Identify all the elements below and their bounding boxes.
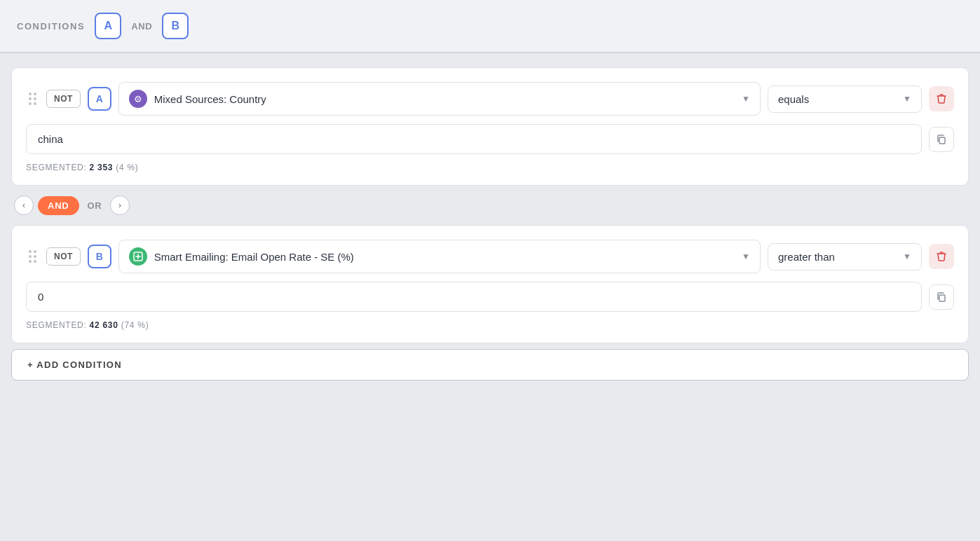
conditions-title: CONDITIONS <box>17 21 85 32</box>
field-icon-b <box>129 247 147 266</box>
segmented-info-a: SEGMENTED: 2 353 (4 %) <box>26 163 954 172</box>
badge-a[interactable]: A <box>95 13 121 39</box>
value-row-a <box>26 124 954 154</box>
field-label-a: Mixed Sources: Country <box>154 93 735 105</box>
and-button[interactable]: AND <box>38 196 79 215</box>
operator-select-a[interactable]: equals ▼ <box>768 85 922 113</box>
condition-card-b: NOT B Smart Emailing: Email Open Rate - … <box>11 225 969 343</box>
operator-chevron-a: ▼ <box>903 94 911 104</box>
condition-row-b: NOT B Smart Emailing: Email Open Rate - … <box>26 240 954 273</box>
condition-card-a: NOT A ⚙ Mixed Sources: Country ▼ equals … <box>11 67 969 186</box>
not-button-b[interactable]: NOT <box>46 247 81 266</box>
condition-badge-a: A <box>88 87 111 111</box>
segmented-pct-b: (74 %) <box>121 320 149 330</box>
logic-connector: ‹ AND OR › <box>14 186 969 225</box>
operator-chevron-b: ▼ <box>903 252 911 261</box>
drag-handle-b[interactable] <box>26 247 39 266</box>
badge-b[interactable]: B <box>162 13 189 39</box>
operator-select-b[interactable]: greater than ▼ <box>768 243 922 270</box>
conditions-header: CONDITIONS A AND B <box>0 0 980 53</box>
delete-button-a[interactable] <box>929 86 954 111</box>
operator-label-a: equals <box>778 93 897 105</box>
arrow-right-button[interactable]: › <box>110 196 130 215</box>
field-label-b: Smart Emailing: Email Open Rate - SE (%) <box>154 251 735 263</box>
not-button-a[interactable]: NOT <box>46 90 81 108</box>
header-and-label: AND <box>131 21 152 32</box>
condition-row-a: NOT A ⚙ Mixed Sources: Country ▼ equals … <box>26 82 954 116</box>
field-chevron-a: ▼ <box>742 94 750 104</box>
copy-button-a[interactable] <box>929 127 954 152</box>
field-select-a[interactable]: ⚙ Mixed Sources: Country ▼ <box>118 82 761 116</box>
value-input-a[interactable] <box>26 124 922 154</box>
add-condition-button[interactable]: + ADD CONDITION <box>11 349 969 381</box>
svg-rect-2 <box>939 295 945 301</box>
arrow-left-button[interactable]: ‹ <box>14 196 34 215</box>
segmented-count-a: 2 353 <box>90 163 114 172</box>
value-row-b <box>26 282 954 312</box>
operator-label-b: greater than <box>778 251 897 263</box>
value-input-b[interactable] <box>26 282 922 312</box>
condition-badge-b: B <box>88 245 111 268</box>
drag-handle-a[interactable] <box>26 90 39 108</box>
segmented-pct-a: (4 %) <box>116 163 138 172</box>
svg-rect-0 <box>939 137 945 144</box>
field-select-b[interactable]: Smart Emailing: Email Open Rate - SE (%)… <box>118 240 761 273</box>
delete-button-b[interactable] <box>929 244 954 269</box>
field-icon-a: ⚙ <box>129 90 147 108</box>
or-button[interactable]: OR <box>83 198 107 214</box>
field-chevron-b: ▼ <box>742 252 750 261</box>
copy-button-b[interactable] <box>929 285 954 310</box>
segmented-info-b: SEGMENTED: 42 630 (74 %) <box>26 320 954 330</box>
segmented-count-b: 42 630 <box>90 320 118 330</box>
main-content: NOT A ⚙ Mixed Sources: Country ▼ equals … <box>0 53 980 395</box>
